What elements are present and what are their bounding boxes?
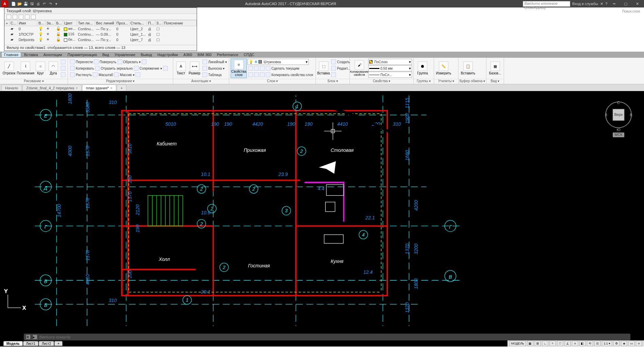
- leader-icon[interactable]: [202, 66, 207, 71]
- rotate-icon[interactable]: [94, 59, 99, 64]
- linetype-combo[interactable]: ПоСл...▾: [368, 72, 412, 78]
- command-line[interactable]: ✕ ▸: [24, 334, 630, 340]
- status-grid-icon[interactable]: ▦: [527, 341, 533, 346]
- status-lwt-icon[interactable]: ≡: [572, 341, 578, 346]
- drawing-canvas[interactable]: Е Д Г В Б Г В Кабинет Прихожая Столовая …: [0, 91, 644, 347]
- dimension-button[interactable]: ⟷Размер: [188, 58, 201, 78]
- status-snap-icon[interactable]: ⊞: [535, 341, 541, 346]
- hatch-icon[interactable]: [61, 66, 66, 71]
- group-button[interactable]: ⬢Группа: [415, 58, 430, 78]
- match-layer-icon[interactable]: [266, 72, 270, 77]
- layer-uniso-icon[interactable]: [248, 72, 253, 77]
- arc-button[interactable]: ◠Дуга: [47, 58, 59, 78]
- layer-on-icon[interactable]: [254, 72, 259, 77]
- layer-row[interactable]: ▰Defpoints💡☀🔓бе...Continu...— По у...0Цв…: [5, 37, 197, 42]
- trim-icon[interactable]: [118, 59, 122, 64]
- doc-tab[interactable]: Начало: [1, 85, 22, 91]
- menu-tab-главная[interactable]: Главная: [1, 52, 21, 57]
- layer-props-button[interactable]: ≡Свойства слоя: [231, 58, 247, 78]
- status-clean-icon[interactable]: ▭: [628, 341, 634, 346]
- erase-icon[interactable]: [142, 59, 146, 64]
- status-gear-icon[interactable]: ⚙: [613, 341, 620, 346]
- open-icon[interactable]: 📂: [17, 1, 22, 6]
- command-input[interactable]: [39, 335, 141, 339]
- layer-settings-icon[interactable]: [31, 15, 36, 19]
- signin-button[interactable]: Вход в службы: [572, 2, 598, 6]
- menu-tab-спдс[interactable]: СПДС: [242, 52, 257, 57]
- menu-tab-параметризация[interactable]: Параметризация: [65, 52, 99, 57]
- linear-dim-icon[interactable]: [202, 59, 207, 64]
- viewcube[interactable]: Верх С Ю В З МСК: [603, 98, 634, 139]
- close-button[interactable]: ✕: [632, 0, 642, 7]
- lineweight-combo[interactable]: 0.50 мм▾: [368, 65, 412, 71]
- layout-tab-add[interactable]: +: [54, 341, 62, 346]
- minimize-button[interactable]: ━: [609, 0, 619, 7]
- baseview-button[interactable]: ▦Базов...: [488, 58, 502, 78]
- ribbon-group-clip-label[interactable]: Буфер обмена ▾: [459, 79, 486, 84]
- block-attr-icon[interactable]: [331, 72, 336, 77]
- status-annoscale-icon[interactable]: ⚖: [594, 341, 601, 346]
- fillet-icon[interactable]: [134, 66, 139, 71]
- menu-tab-performance[interactable]: Performance: [215, 52, 241, 57]
- menu-tab-аннотации[interactable]: Аннотации: [41, 52, 65, 57]
- layer-delete-icon[interactable]: [13, 15, 17, 19]
- menu-tab-управление[interactable]: Управление: [112, 52, 138, 57]
- ribbon-group-view-label[interactable]: Вид ▾: [486, 79, 504, 84]
- copy-icon[interactable]: [70, 66, 75, 71]
- array-icon[interactable]: [114, 72, 119, 77]
- layer-dropdown[interactable]: 💡❄Штриховка▾: [248, 59, 309, 65]
- status-iso-icon[interactable]: ◈: [621, 341, 627, 346]
- cmd-close-icon[interactable]: ✕: [26, 335, 31, 339]
- new-tab-button[interactable]: +: [117, 85, 126, 91]
- layer-grid[interactable]: » С... Имя В... За... Б... Цвет Тип ли..…: [4, 20, 197, 42]
- print-icon[interactable]: 🖨: [35, 1, 41, 6]
- text-button[interactable]: AТекст: [175, 58, 187, 78]
- table-icon[interactable]: [202, 72, 207, 77]
- app-logo[interactable]: A: [1, 0, 8, 7]
- layer-row[interactable]: ▰1ПОСТР💡☀🔓116Continu...— 0.09...0Цвет_1.…: [5, 32, 197, 37]
- status-model-button[interactable]: МОДЕЛЬ: [509, 341, 526, 346]
- create-block-icon[interactable]: [331, 59, 336, 64]
- insert-block-button[interactable]: ⬚Вставка: [317, 58, 330, 78]
- exchange-icon[interactable]: ✕: [600, 2, 603, 6]
- color-combo[interactable]: ПоСлою▾: [368, 59, 412, 65]
- status-customize-icon[interactable]: ≡: [636, 341, 642, 346]
- ribbon-group-groups-label[interactable]: Группы ▾: [414, 79, 434, 84]
- polyline-button[interactable]: ⌇Полилиния: [17, 58, 34, 78]
- status-ortho-icon[interactable]: ∟: [542, 341, 548, 346]
- layout-tab-model[interactable]: Модель: [3, 341, 23, 346]
- ribbon-group-layers-label[interactable]: Слои ▾: [229, 79, 316, 84]
- menu-tab-вывод[interactable]: Вывод: [138, 52, 154, 57]
- saveas-icon[interactable]: 🖫: [29, 1, 35, 6]
- layer-lock-icon[interactable]: [260, 66, 265, 71]
- layout-tab-sheet1[interactable]: Лист1: [23, 341, 38, 346]
- layer-iso-icon[interactable]: [248, 66, 253, 71]
- paste-button[interactable]: 📋Вставить: [460, 58, 476, 78]
- doc-tab[interactable]: Zdanie_final_4_2 переделка×: [22, 85, 82, 91]
- scale-icon[interactable]: [93, 72, 97, 77]
- make-current-icon[interactable]: [266, 66, 270, 71]
- layer-refresh-icon[interactable]: [25, 15, 30, 19]
- rectangle-icon[interactable]: [61, 59, 66, 64]
- ribbon-group-draw-label[interactable]: Рисование ▾: [0, 79, 68, 84]
- menu-tab-надстройки[interactable]: Надстройки: [155, 52, 180, 57]
- menu-tab-bim 360[interactable]: BIM 360: [195, 52, 214, 57]
- edit-block-icon[interactable]: [331, 66, 336, 71]
- status-scale-combo[interactable]: 1:1 ▾: [602, 341, 612, 346]
- layer-row[interactable]: ▰0💡☀🔓же...Continu...— По у...0Цвет_2🖨▢: [5, 26, 197, 32]
- circle-button[interactable]: ○Круг: [34, 58, 47, 78]
- status-osnap-icon[interactable]: □: [557, 341, 563, 346]
- status-transparency-icon[interactable]: ◧: [579, 341, 586, 346]
- layer-current-icon[interactable]: [19, 15, 23, 19]
- menu-tab-a360[interactable]: A360: [181, 52, 195, 57]
- help-search-input[interactable]: Введите ключевое слово/фразу: [523, 1, 570, 7]
- status-polar-icon[interactable]: ✧: [550, 341, 556, 346]
- match-props-button[interactable]: 🖌Копирование свойств: [351, 58, 368, 78]
- measure-button[interactable]: 📏Измерить: [435, 58, 452, 78]
- layer-unlock-icon[interactable]: [260, 72, 265, 77]
- layer-new-icon[interactable]: [6, 15, 11, 19]
- menu-tab-вставка[interactable]: Вставка: [22, 52, 40, 57]
- ellipse-icon[interactable]: [61, 72, 66, 77]
- ribbon-group-props-label[interactable]: Свойства ▾: [350, 79, 413, 84]
- ribbon-group-annot-label[interactable]: Аннотации ▾: [173, 79, 229, 84]
